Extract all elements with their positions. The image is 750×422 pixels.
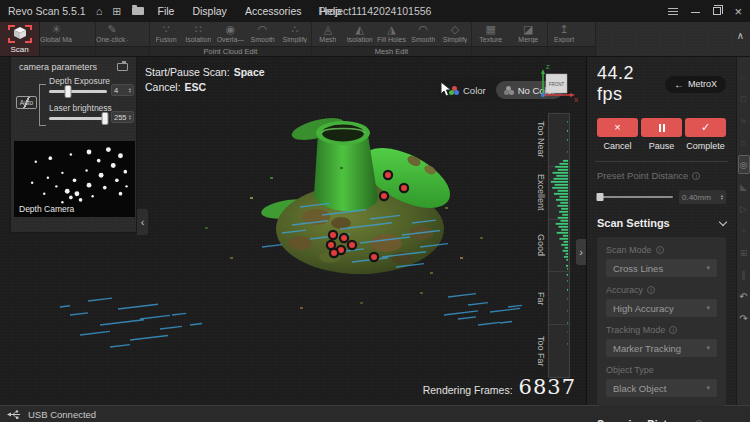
menu-bar: File Display Accessories Help — [158, 5, 342, 17]
laser-brightness-slider[interactable] — [49, 117, 107, 120]
scan-control-panel: 44.2 fps ← MetroX × Cancel Pause ✓ Compl… — [586, 57, 736, 405]
camera-parameters-panel: camera parameters Auto Depth Exposure 4▴… — [10, 57, 137, 233]
accuracy-select[interactable]: High Accuracy▾ — [606, 299, 717, 317]
simplify-button[interactable]: ∴Simplify — [279, 23, 311, 43]
camera-panel-collapse-handle[interactable]: ‹ — [137, 209, 148, 235]
scan-mode-button[interactable]: Scan — [0, 22, 40, 56]
tracking-mode-select[interactable]: Marker Tracking▾ — [606, 339, 717, 357]
cancel-scan-button[interactable]: × — [597, 118, 638, 137]
object-type-select[interactable]: Black Object▾ — [606, 379, 717, 397]
pause-scan-button[interactable] — [641, 118, 682, 137]
camera-icon[interactable] — [117, 63, 128, 71]
one-click-button[interactable]: ✎ One-click — — [96, 23, 128, 43]
caret-down-icon: ▾ — [706, 264, 710, 272]
scan-mode-label: Scan Mode — [606, 245, 652, 255]
auto-exposure-toggle[interactable]: Auto — [16, 96, 37, 109]
texture-icon: ▦ — [486, 23, 496, 36]
device-switch-button[interactable]: ← MetroX — [665, 76, 726, 93]
open-project-icon[interactable] — [132, 7, 144, 15]
overlap-button[interactable]: ◉Overla— — [214, 23, 246, 43]
orientation-gizmo[interactable]: FRONT Z X — [534, 61, 580, 103]
laser-brightness-value[interactable]: 255▴▾ — [111, 111, 134, 123]
redo-icon[interactable]: ↷ — [738, 309, 750, 328]
global-marker-icon: ✳ — [51, 23, 60, 36]
complete-scan-button[interactable]: ✓ — [685, 118, 726, 137]
circle-select-icon[interactable]: ○ — [738, 133, 750, 152]
scan-settings-box: Scan Mode Cross Lines▾ Accuracy High Acc… — [597, 237, 726, 406]
scan-cube-icon — [8, 24, 32, 44]
preset-point-distance-value[interactable]: 0.40mm▴▾ — [679, 190, 726, 204]
depth-exposure-label: Depth Exposure — [49, 76, 110, 86]
export-button[interactable]: ↥ Export — [548, 23, 580, 43]
caret-down-icon: ▾ — [706, 384, 710, 392]
mesh-smooth-button[interactable]: ◠Smooth — [407, 23, 439, 43]
curve-select-icon[interactable]: ≈ — [738, 111, 750, 130]
depth-exposure-slider[interactable] — [49, 90, 107, 93]
isolation-button[interactable]: ∷Isolation — [182, 23, 214, 43]
undo-icon[interactable]: ↶ — [738, 287, 750, 306]
gauge-label-too-near: Too Near — [536, 113, 546, 166]
minimize-button[interactable] — [691, 12, 700, 13]
color-icon — [449, 86, 459, 95]
caret-down-icon: ▾ — [706, 344, 710, 352]
restore-button[interactable] — [713, 7, 721, 15]
scan-viewport[interactable]: Start/Pause Scan:Space Cancel:ESC Color … — [0, 57, 586, 405]
scan-settings-title: Scan Settings — [597, 217, 670, 229]
merge-button[interactable]: ◪Merge — [512, 23, 544, 43]
gizmo-z-label: Z — [546, 64, 550, 70]
fusion-button[interactable]: ∵Fusion — [150, 23, 182, 43]
one-click-icon: ✎ — [107, 23, 116, 36]
rect-select-icon[interactable]: □ — [738, 89, 750, 108]
main-toolbar: Scan ✳ Global Mar— ✎ One-click — ∵Fusion… — [0, 22, 750, 57]
marker-tool-icon[interactable]: ◎ — [738, 155, 750, 174]
lasso-select-icon[interactable]: ◌ — [738, 67, 750, 86]
depth-exposure-value[interactable]: 4▴▾ — [111, 84, 134, 96]
app-title: Revo Scan 5.5.1 — [8, 5, 86, 17]
mesh-button[interactable]: ◬Mesh — [312, 23, 344, 43]
toolbar-collapse-icon[interactable]: ∧ — [737, 30, 744, 41]
menu-accessories[interactable]: Accessories — [245, 5, 302, 17]
depth-histogram-gauge — [548, 113, 570, 378]
isolation-icon: ∷ — [195, 23, 202, 36]
no-color-icon — [504, 86, 514, 95]
info-icon[interactable] — [656, 246, 664, 254]
mesh-simplify-icon: ◇ — [451, 23, 459, 36]
menu-file[interactable]: File — [158, 5, 175, 17]
depth-camera-preview: Depth Camera — [14, 141, 135, 217]
mesh-isolation-button[interactable]: ◭Isolation — [344, 23, 376, 43]
gauge-label-too-far: Too Far — [536, 325, 546, 378]
close-button[interactable]: × — [734, 5, 742, 18]
global-marker-button[interactable]: ✳ Global Mar— — [40, 23, 72, 43]
right-panel-collapse-handle[interactable]: › — [576, 239, 586, 265]
rendering-frames-value: 6837 — [519, 375, 576, 399]
color-option[interactable]: Color — [441, 81, 494, 99]
feedback-menu-icon[interactable] — [668, 8, 678, 15]
chevron-down-icon[interactable] — [719, 217, 727, 225]
info-icon[interactable] — [669, 326, 677, 334]
overlap-icon: ◉ — [226, 23, 236, 36]
home-icon[interactable]: ⌂ — [96, 6, 103, 17]
box-select-icon[interactable]: ▫ — [738, 221, 750, 240]
gauge-labels: Too Near Excellent Good Far Too Far — [536, 113, 546, 378]
caret-down-icon: ▾ — [706, 304, 710, 312]
measure-tool-icon[interactable]: ∥ — [738, 265, 750, 284]
menu-display[interactable]: Display — [192, 5, 226, 17]
plane-cut-icon[interactable]: ◣ — [738, 177, 750, 196]
gauge-label-good: Good — [536, 219, 546, 272]
texture-button[interactable]: ▦Texture — [475, 23, 507, 43]
fill-holes-button[interactable]: ◮Fill Holes — [376, 23, 408, 43]
scan-mode-select[interactable]: Cross Lines▾ — [606, 259, 717, 277]
auto-bracket — [39, 84, 46, 126]
flag-tool-icon[interactable]: ▷ — [738, 199, 750, 218]
grid-tool-icon[interactable]: ⊞ — [738, 243, 750, 262]
info-icon[interactable] — [692, 172, 700, 180]
smooth-button[interactable]: ◠Smooth — [247, 23, 279, 43]
new-project-icon[interactable]: ⊞ — [112, 6, 121, 17]
toolbar-group-point-cloud-edit: ∵Fusion ∷Isolation ◉Overla— ◠Smooth ∴Sim… — [150, 22, 312, 56]
mesh-simplify-button[interactable]: ◇Simplify — [439, 23, 471, 43]
info-icon[interactable] — [647, 286, 655, 294]
toolbar-group-export: ↥ Export — [548, 22, 596, 56]
preset-point-distance-slider[interactable] — [597, 196, 673, 198]
usb-icon — [7, 410, 22, 419]
cancel-x-icon: × — [614, 122, 620, 133]
